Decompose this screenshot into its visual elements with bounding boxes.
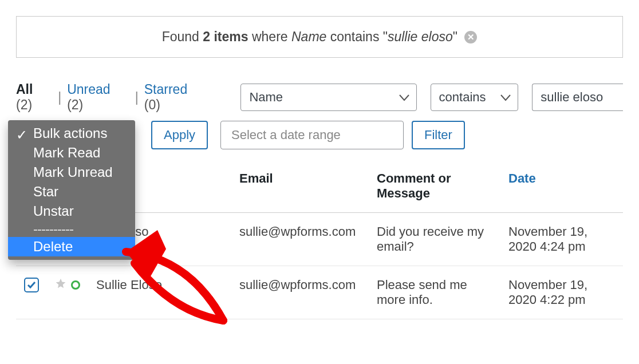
bulk-option-star[interactable]: Star bbox=[8, 182, 135, 201]
cell-email: sullie@wpforms.com bbox=[231, 266, 369, 319]
tab-unread-count: (2) bbox=[67, 97, 83, 112]
date-range-input[interactable]: Select a date range bbox=[220, 121, 404, 149]
filter-field-name: Name bbox=[291, 29, 326, 44]
contains-word: contains bbox=[330, 29, 380, 44]
found-prefix: Found bbox=[162, 29, 199, 44]
bulk-option-label: Bulk actions bbox=[33, 125, 107, 141]
tab-all-count: (2) bbox=[16, 97, 32, 112]
filter-term-value: sullie eloso bbox=[541, 90, 603, 105]
cell-name[interactable]: Sullie Eloso bbox=[88, 266, 231, 319]
filter-term-input[interactable]: sullie eloso bbox=[532, 84, 623, 111]
cell-email: sullie@wpforms.com bbox=[231, 213, 369, 266]
filter-field-select[interactable]: Name bbox=[240, 84, 416, 111]
bulk-actions-dropdown: ✓ Bulk actions Mark Read Mark Unread Sta… bbox=[8, 120, 135, 260]
bulk-option-placeholder[interactable]: ✓ Bulk actions bbox=[8, 124, 135, 143]
tab-starred[interactable]: Starred (0) bbox=[144, 82, 207, 113]
column-comment-header: Comment or Message bbox=[369, 161, 500, 213]
tab-separator: | bbox=[52, 90, 67, 105]
filter-operator-select[interactable]: contains bbox=[431, 84, 519, 111]
check-icon: ✓ bbox=[16, 127, 27, 143]
column-email-header: Email bbox=[231, 161, 369, 213]
filter-field-value: Name bbox=[249, 90, 283, 105]
date-range-placeholder: Select a date range bbox=[231, 128, 341, 143]
tab-starred-label: Starred bbox=[144, 82, 187, 97]
cell-comment: Please send me more info. bbox=[369, 266, 500, 319]
tab-all[interactable]: All (2) bbox=[16, 82, 52, 113]
bulk-option-delete[interactable]: Delete bbox=[8, 237, 135, 256]
cell-comment: Did you receive my email? bbox=[369, 213, 500, 266]
cell-date: November 19, 2020 4:24 pm bbox=[500, 213, 623, 266]
bulk-option-mark-unread[interactable]: Mark Unread bbox=[8, 163, 135, 182]
unread-indicator-icon bbox=[71, 280, 80, 290]
tab-starred-count: (0) bbox=[144, 97, 160, 112]
tab-all-label: All bbox=[16, 82, 33, 97]
row-checkbox[interactable] bbox=[24, 278, 39, 292]
tab-separator: | bbox=[129, 90, 144, 105]
cell-date: November 19, 2020 4:22 pm bbox=[500, 266, 623, 319]
chevron-down-icon bbox=[500, 90, 511, 105]
filter-row: All (2) | Unread (2) | Starred (0) Name … bbox=[16, 82, 623, 113]
filter-term: sullie eloso bbox=[388, 29, 453, 44]
search-result-banner: Found 2 items where Name contains "sulli… bbox=[16, 16, 623, 58]
filter-button[interactable]: Filter bbox=[412, 121, 465, 149]
filter-operator-value: contains bbox=[439, 90, 486, 105]
status-tabs: All (2) | Unread (2) | Starred (0) bbox=[16, 82, 206, 113]
table-row: Sullie Eloso sullie@wpforms.com Please s… bbox=[16, 266, 623, 319]
column-date-header[interactable]: Date bbox=[500, 161, 623, 213]
chevron-down-icon bbox=[399, 90, 409, 105]
star-icon[interactable] bbox=[55, 278, 66, 292]
found-count: 2 items bbox=[203, 29, 248, 44]
tab-unread-label: Unread bbox=[67, 82, 110, 97]
bulk-option-mark-read[interactable]: Mark Read bbox=[8, 143, 135, 163]
clear-search-icon[interactable]: ✕ bbox=[464, 31, 477, 43]
bulk-option-unstar[interactable]: Unstar bbox=[8, 201, 135, 221]
tab-unread[interactable]: Unread (2) bbox=[67, 82, 129, 113]
apply-button[interactable]: Apply bbox=[151, 121, 208, 149]
bulk-separator: ---------- bbox=[8, 221, 135, 237]
where-word: where bbox=[252, 29, 288, 44]
